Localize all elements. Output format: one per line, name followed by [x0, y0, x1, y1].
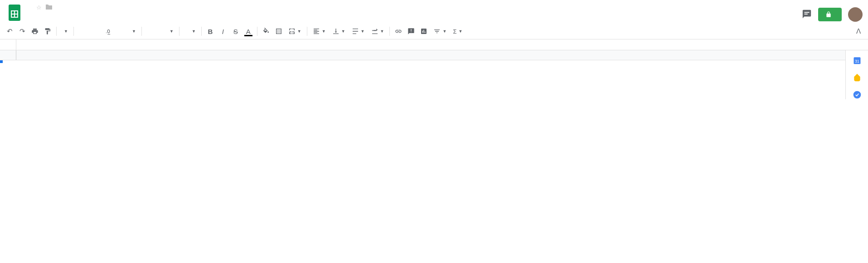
- menu-edit[interactable]: [34, 12, 41, 16]
- comments-icon[interactable]: [802, 9, 812, 20]
- tasks-icon[interactable]: [853, 90, 862, 99]
- chart-button[interactable]: [418, 25, 430, 37]
- menu-view[interactable]: [42, 12, 48, 16]
- zoom-select[interactable]: ▼: [59, 29, 71, 34]
- selection-handle[interactable]: [0, 60, 3, 63]
- wrap-button[interactable]: ▼: [349, 28, 368, 35]
- doc-title[interactable]: [27, 7, 33, 9]
- formula-input[interactable]: [16, 39, 868, 50]
- side-panel: 31: [845, 50, 868, 99]
- user-avatar[interactable]: [848, 7, 863, 22]
- halign-button[interactable]: ▼: [310, 28, 329, 35]
- font-size-select[interactable]: ▼: [182, 29, 199, 34]
- text-color-button[interactable]: A: [242, 25, 254, 37]
- calendar-icon[interactable]: 31: [853, 56, 862, 65]
- star-icon[interactable]: ☆: [36, 4, 42, 11]
- menu-insert[interactable]: [49, 12, 55, 16]
- strikethrough-button[interactable]: S: [230, 25, 242, 37]
- print-button[interactable]: [29, 25, 41, 37]
- header: ☆: [0, 0, 868, 22]
- functions-button[interactable]: Σ▼: [450, 28, 465, 35]
- undo-button[interactable]: ↶: [4, 25, 15, 37]
- fx-icon[interactable]: [0, 39, 16, 50]
- menu-help[interactable]: [85, 12, 92, 16]
- toolbar: ↶ ↷ ▼ .0̲ ▼ ▼ ▼ B I S A ▼ ▼ ▼ ▼ ▼ ▼ Σ▼ ᐱ: [0, 24, 868, 39]
- italic-button[interactable]: I: [217, 25, 229, 37]
- comment-button[interactable]: [405, 25, 417, 37]
- menu-addons[interactable]: [78, 12, 84, 16]
- sheets-logo[interactable]: [5, 4, 24, 22]
- lock-icon: [825, 11, 832, 18]
- collapse-toolbar-button[interactable]: ᐱ: [853, 25, 864, 37]
- keep-icon[interactable]: [853, 73, 862, 82]
- bold-button[interactable]: B: [204, 25, 216, 37]
- menu-data[interactable]: [63, 12, 70, 16]
- decrease-decimal-button[interactable]: .0̲: [102, 25, 114, 37]
- more-formats-button[interactable]: ▼: [127, 29, 139, 34]
- borders-button[interactable]: [273, 25, 285, 37]
- select-all-corner[interactable]: [0, 50, 16, 60]
- spreadsheet-grid: [0, 50, 845, 99]
- menu-file[interactable]: [27, 12, 34, 16]
- svg-text:31: 31: [855, 59, 859, 63]
- share-button[interactable]: [818, 8, 842, 21]
- percent-button[interactable]: [89, 25, 101, 37]
- currency-button[interactable]: [77, 25, 88, 37]
- move-folder-icon[interactable]: [45, 4, 53, 11]
- redo-button[interactable]: ↷: [16, 25, 28, 37]
- formula-bar: [0, 39, 868, 50]
- menu-tools[interactable]: [71, 12, 77, 16]
- fill-color-button[interactable]: [260, 25, 272, 37]
- valign-button[interactable]: ▼: [330, 28, 348, 35]
- link-button[interactable]: [393, 25, 404, 37]
- menu-format[interactable]: [56, 12, 63, 16]
- increase-decimal-button[interactable]: [115, 25, 126, 37]
- header-right: [802, 7, 863, 22]
- svg-rect-5: [805, 14, 808, 15]
- filter-button[interactable]: ▼: [431, 28, 449, 35]
- menubar: [27, 12, 802, 16]
- svg-rect-4: [805, 12, 810, 13]
- svg-point-8: [853, 91, 861, 99]
- title-area: ☆: [27, 4, 802, 16]
- paint-format-button[interactable]: [42, 25, 53, 37]
- font-select[interactable]: ▼: [145, 29, 176, 34]
- rotate-button[interactable]: ▼: [369, 28, 387, 35]
- merge-button[interactable]: ▼: [286, 28, 304, 35]
